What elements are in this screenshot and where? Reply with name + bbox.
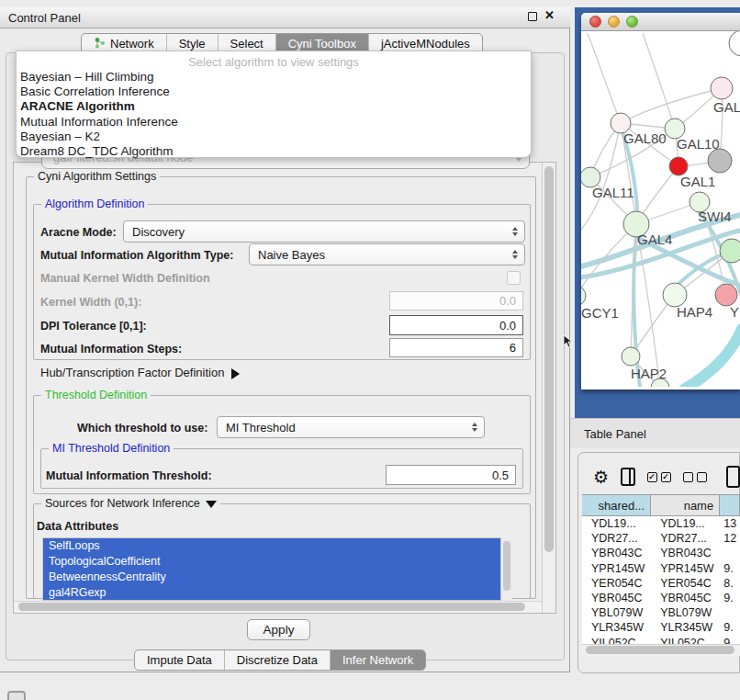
algorithm-option-aracne-algorithm[interactable]: ARACNE Algorithm — [17, 99, 531, 114]
network-node[interactable] — [708, 149, 732, 173]
table-row[interactable]: YDL19...YDL19...13 — [582, 516, 740, 531]
node-label-gal: GAL — [713, 99, 740, 115]
cyni-bottom-tabs: Impute DataDiscretize DataInfer Network — [134, 649, 426, 671]
apply-button[interactable]: Apply — [247, 619, 310, 640]
data-attributes-label: Data Attributes — [37, 520, 118, 533]
attribute-item-selfloops[interactable]: SelfLoops — [43, 538, 500, 554]
network-node-gal[interactable] — [711, 77, 733, 99]
network-node[interactable] — [720, 239, 740, 263]
network-node-hap2[interactable] — [622, 347, 640, 366]
manual-kernel-width-checkbox[interactable] — [507, 271, 521, 285]
which-threshold-combo[interactable]: MI Threshold — [217, 416, 485, 438]
node-label-gcy1: GCY1 — [581, 305, 619, 321]
table-row[interactable]: YPR145WYPR145W9. — [582, 561, 740, 576]
tab-infer-network[interactable]: Infer Network — [330, 650, 425, 670]
table-horizontal-scrollbar-thumb[interactable] — [586, 646, 734, 654]
gear-icon[interactable]: ⚙ — [593, 469, 609, 486]
settings-horizontal-scrollbar-thumb[interactable] — [18, 603, 525, 611]
manual-kernel-width-label: Manual Kernel Width Definition — [40, 272, 210, 285]
mi-steps-label: Mutual Information Steps: — [40, 343, 182, 356]
table-row[interactable]: YIL052CYIL052C9. — [582, 636, 740, 645]
dpi-tolerance-field[interactable]: 0.0 — [389, 315, 523, 335]
attribute-item-topologicalcoefficient[interactable]: TopologicalCoefficient — [43, 554, 500, 570]
network-canvas[interactable]: GALGAL80GAL10GAL1GAL11GAL4SWI4GCY1HAP4YH… — [581, 31, 740, 387]
algorithm-option-mutual-information-inference[interactable]: Mutual Information Inference — [17, 115, 531, 130]
control-panel-title: Control Panel — [8, 11, 81, 25]
close-icon[interactable]: ✕ — [544, 8, 557, 23]
mi-threshold-definition-title: MI Threshold Definition — [49, 442, 174, 455]
aracne-mode-label: Aracne Mode: — [40, 226, 117, 239]
network-node-gcy1[interactable] — [581, 286, 586, 306]
dropdown-placeholder: Select algorithm to view settings — [17, 54, 531, 70]
table-row[interactable]: YDR27...YDR27...12 — [582, 531, 740, 546]
kernel-width-label: Kernel Width (0,1): — [40, 296, 141, 309]
deselect-all-checks-icon[interactable] — [683, 472, 707, 482]
table-panel-title: Table Panel — [584, 427, 646, 441]
node-label-hap2: HAP2 — [631, 366, 667, 381]
algorithm-option-dream8-dc-tdc-algorithm[interactable]: Dream8 DC_TDC Algorithm — [17, 144, 531, 159]
algorithm-option-bayesian-hill-climbing[interactable]: Bayesian – Hill Climbing — [17, 70, 531, 85]
algorithm-definition-title: Algorithm Definition — [41, 198, 148, 210]
minimize-traffic-light-icon[interactable] — [608, 16, 620, 28]
show-columns-icon[interactable] — [621, 468, 634, 486]
network-node[interactable] — [729, 31, 740, 56]
node-label-gal10: GAL10 — [677, 136, 720, 152]
table-panel-header: Table Panel — [570, 418, 740, 448]
node-label-y: Y — [730, 304, 739, 320]
mi-steps-field[interactable]: 6 — [389, 338, 523, 357]
zoom-traffic-light-icon[interactable] — [626, 16, 638, 28]
aracne-mode-combo[interactable]: Discovery — [123, 220, 525, 243]
node-label-gal11: GAL11 — [592, 185, 634, 200]
attribute-item-betweennesscentrality[interactable]: BetweennessCentrality — [43, 570, 500, 585]
control-panel-titlebar: Control Panel — [0, 7, 570, 28]
which-threshold-label: Which threshold to use: — [77, 422, 207, 435]
network-node-gal1[interactable] — [669, 157, 688, 175]
data-attributes-list[interactable]: SelfLoopsTopologicalCoefficientBetweenne… — [42, 537, 501, 601]
table-row[interactable]: YBL079WYBL079W — [582, 605, 740, 620]
node-label-swi4: SWI4 — [698, 209, 732, 224]
threshold-definition-title: Threshold Definition — [41, 389, 151, 401]
kernel-width-field[interactable]: 0.0 — [389, 291, 523, 310]
network-icon — [94, 37, 106, 51]
node-label-hap4: HAP4 — [677, 304, 712, 320]
expand-right-icon — [231, 368, 240, 379]
node-label-gal4: GAL4 — [637, 231, 672, 247]
settings-vertical-scrollbar-thumb[interactable] — [544, 166, 554, 552]
collapse-down-icon — [206, 501, 217, 508]
hub-definition-expander[interactable]: Hub/Transcription Factor Definition — [40, 366, 240, 379]
algorithm-option-bayesian-k2[interactable]: Bayesian – K2 — [17, 130, 531, 144]
network-node-y[interactable] — [715, 284, 737, 306]
node-label-gal80: GAL80 — [623, 130, 667, 146]
table-toolbar: ⚙ ✓ ✓ — [582, 459, 740, 494]
node-label-gal1: GAL1 — [680, 174, 715, 189]
mi-algorithm-type-label: Mutual Information Algorithm Type: — [40, 249, 233, 262]
mi-threshold-field[interactable]: 0.5 — [386, 465, 516, 485]
partial-button[interactable] — [7, 691, 26, 700]
node-table[interactable]: shared...nameYDL19...YDL19...13YDR27...Y… — [582, 494, 740, 644]
attribute-item-gal4rgexp[interactable]: gal4RGexp — [43, 585, 500, 601]
table-row[interactable]: YLR345WYLR345W9. — [582, 620, 740, 635]
network-window-titlebar — [581, 13, 740, 31]
float-window-icon[interactable] — [528, 12, 537, 21]
table-row[interactable]: YBR045CYBR045C9. — [582, 591, 740, 605]
tab-impute-data[interactable]: Impute Data — [135, 650, 224, 670]
table-row[interactable]: YBR043CYBR043C — [582, 546, 740, 560]
close-traffic-light-icon[interactable] — [589, 16, 601, 28]
table-function-icon[interactable] — [726, 466, 740, 488]
dpi-tolerance-label: DPI Tolerance [0,1]: — [40, 320, 147, 333]
algorithm-option-basic-correlation-inference[interactable]: Basic Correlation Inference — [17, 85, 531, 99]
sources-title: Sources for Network Inference — [41, 497, 220, 510]
mouse-cursor — [563, 335, 574, 348]
attributes-list-scrollbar-thumb[interactable] — [503, 541, 510, 591]
column-header-shared[interactable]: shared... — [582, 494, 651, 516]
algorithm-dropdown-popup: Select algorithm to view settings Bayesi… — [16, 51, 532, 158]
mi-algorithm-type-combo[interactable]: Naive Bayes — [249, 243, 525, 265]
tab-discretize-data[interactable]: Discretize Data — [224, 650, 330, 670]
mi-threshold-label: Mutual Information Threshold: — [46, 469, 212, 482]
select-all-checks-icon[interactable]: ✓ ✓ — [647, 472, 671, 482]
column-header-name[interactable]: name — [651, 494, 720, 516]
cyni-settings-title: Cyni Algorithm Settings — [34, 170, 160, 183]
column-header-2[interactable] — [720, 494, 740, 516]
table-row[interactable]: YER054CYER054C8. — [582, 576, 740, 591]
